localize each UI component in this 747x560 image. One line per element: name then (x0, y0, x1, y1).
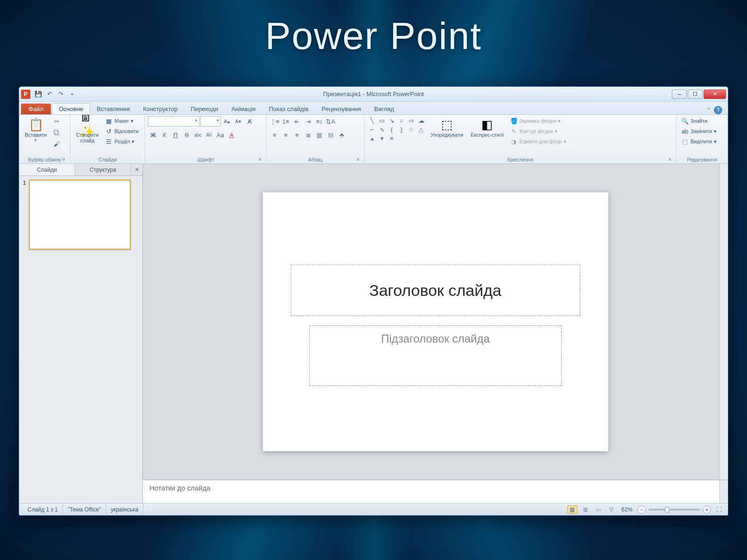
indent-dec-icon[interactable]: ⇤ (292, 116, 302, 126)
paste-button[interactable]: 📋 Вставити ▾ (22, 116, 49, 143)
shape-brace-l-icon[interactable]: { (387, 125, 396, 133)
shape-brace-r-icon[interactable]: } (397, 125, 406, 133)
grow-font-icon[interactable]: A▴ (222, 116, 232, 126)
replace-button[interactable]: abЗамінити ▾ (679, 126, 719, 136)
align-center-icon[interactable]: ≡ (281, 130, 291, 140)
new-slide-button[interactable]: 🗎✨ Створити слайд (73, 116, 101, 144)
slide-thumbnail[interactable] (29, 180, 131, 250)
shape-rect-icon[interactable]: ▭ (377, 116, 387, 125)
shape-scroll-up-icon[interactable]: ▴ (367, 134, 377, 142)
subtitle-placeholder[interactable]: Підзаголовок слайда (310, 325, 562, 386)
view-slideshow-icon[interactable]: ▽ (606, 505, 617, 514)
help-icon[interactable]: ? (714, 106, 722, 114)
tab-design[interactable]: Конструктор (136, 104, 184, 114)
tab-view[interactable]: Вигляд (368, 104, 401, 114)
font-size-combo[interactable] (200, 116, 221, 126)
section-button[interactable]: ☰Розділ ▾ (103, 137, 141, 146)
tab-transitions[interactable]: Переходи (184, 104, 225, 114)
clear-format-icon[interactable]: Ⱥ (244, 116, 254, 126)
shape-line-icon[interactable]: ╲ (367, 116, 377, 125)
bullets-icon[interactable]: ⋮≡ (269, 116, 280, 126)
close-button[interactable]: ✕ (704, 90, 726, 99)
format-painter-icon[interactable]: 🖌 (51, 139, 62, 149)
maximize-button[interactable]: ☐ (688, 90, 703, 99)
change-case-icon[interactable]: Aa (215, 130, 226, 140)
shape-connector-icon[interactable]: ⌐ (367, 125, 377, 133)
shape-outline-button[interactable]: ✎Контур фігури ▾ (508, 126, 569, 136)
tab-file[interactable]: Файл (21, 104, 51, 114)
quick-styles-button[interactable]: ◧ Експрес-стилі (468, 116, 507, 139)
shape-block-arrow-icon[interactable]: ⇨ (407, 116, 416, 125)
tab-slideshow[interactable]: Показ слайдів (262, 104, 315, 114)
view-reading-icon[interactable]: ▭ (593, 505, 604, 514)
tab-review[interactable]: Рецензування (315, 104, 368, 114)
tab-insert[interactable]: Вставлення (90, 104, 136, 114)
char-spacing-icon[interactable]: AV (204, 130, 214, 140)
minimize-button[interactable]: ─ (672, 90, 687, 99)
title-placeholder[interactable]: Заголовок слайда (291, 265, 580, 316)
zoom-percent[interactable]: 62% (621, 506, 633, 513)
qat-customize-icon[interactable]: ▾ (67, 89, 77, 99)
drawing-launcher-icon[interactable]: ⇲ (667, 157, 672, 162)
pane-tab-outline[interactable]: Структура (75, 164, 131, 175)
pane-tab-slides[interactable]: Слайди (19, 164, 75, 175)
canvas-area[interactable]: Заголовок слайда Підзаголовок слайда (143, 164, 728, 480)
text-direction-icon[interactable]: ⇅A (325, 116, 336, 126)
shape-more-icon[interactable]: ≡ (387, 134, 396, 142)
numbering-icon[interactable]: 1≡ (281, 116, 291, 126)
zoom-in-button[interactable]: + (703, 505, 711, 514)
shape-star-icon[interactable]: ☆ (407, 125, 416, 133)
zoom-slider-thumb[interactable] (665, 507, 669, 512)
shrink-font-icon[interactable]: A▾ (233, 116, 243, 126)
status-slide-count[interactable]: Слайд 1 з 1 (23, 504, 63, 515)
tab-home[interactable]: Основне (52, 103, 90, 114)
undo-icon[interactable]: ↶ (44, 89, 55, 99)
app-icon[interactable]: P (21, 90, 30, 99)
clipboard-launcher-icon[interactable]: ⇲ (61, 157, 66, 162)
font-launcher-icon[interactable]: ⇲ (257, 157, 262, 162)
line-spacing-icon[interactable]: ≡↕ (314, 116, 324, 126)
underline-icon[interactable]: П (170, 130, 181, 140)
notes-scrollbar[interactable] (719, 480, 728, 503)
shape-arrow-icon[interactable]: ↘ (387, 116, 396, 125)
shape-fill-button[interactable]: 🪣Заливка фігури ▾ (508, 116, 569, 126)
find-button[interactable]: 🔍Знайти (679, 116, 719, 126)
shape-oval-icon[interactable]: ○ (397, 116, 406, 125)
paragraph-launcher-icon[interactable]: ⇲ (355, 157, 360, 162)
shape-scroll-down-icon[interactable]: ▾ (377, 134, 387, 142)
font-name-combo[interactable] (148, 116, 199, 126)
pane-close-icon[interactable]: ✕ (131, 164, 142, 175)
vertical-scrollbar[interactable] (719, 164, 728, 480)
tab-animations[interactable]: Анімація (225, 104, 262, 114)
status-theme[interactable]: "Тема Office" (63, 504, 106, 515)
view-sorter-icon[interactable]: ⊞ (580, 505, 591, 514)
copy-icon[interactable]: ⿻ (51, 127, 62, 138)
font-color-icon[interactable]: A (226, 130, 237, 140)
italic-icon[interactable]: К (159, 130, 169, 140)
select-button[interactable]: ⬚Виділити ▾ (679, 137, 719, 146)
shape-cloud-icon[interactable]: ☁ (416, 116, 426, 125)
notes-pane[interactable]: Нотатки до слайда (143, 480, 728, 503)
redo-icon[interactable]: ↷ (56, 89, 66, 99)
fit-window-icon[interactable]: ⛶ (714, 505, 724, 514)
reset-button[interactable]: ↺Відновити (103, 126, 141, 136)
slide-canvas[interactable]: Заголовок слайда Підзаголовок слайда (263, 192, 608, 451)
shape-curve-icon[interactable]: ∿ (377, 125, 387, 133)
smartart-icon[interactable]: ⬘ (337, 130, 347, 140)
shadow-icon[interactable]: abc (193, 130, 203, 140)
status-language[interactable]: українська (106, 504, 143, 515)
layout-button[interactable]: ▦Макет ▾ (103, 116, 141, 126)
shapes-gallery[interactable]: ╲ ▭ ↘ ○ ⇨ ☁ ⌐ ∿ { } ☆ △ ▴ ▾ ≡ (367, 116, 426, 142)
columns-icon[interactable]: ▥ (314, 130, 324, 140)
align-text-icon[interactable]: ⊟ (325, 130, 336, 140)
align-left-icon[interactable]: ≡ (269, 130, 280, 140)
zoom-slider[interactable] (648, 509, 700, 511)
justify-icon[interactable]: ≣ (303, 130, 313, 140)
view-normal-icon[interactable]: ▦ (567, 505, 578, 514)
align-right-icon[interactable]: ≡ (292, 130, 302, 140)
shape-effects-button[interactable]: ◑Ефекти для фігур ▾ (508, 137, 569, 146)
indent-inc-icon[interactable]: ⇥ (303, 116, 313, 126)
strike-icon[interactable]: S (182, 130, 192, 140)
bold-icon[interactable]: Ж (148, 130, 158, 140)
cut-icon[interactable]: ✂ (51, 116, 62, 126)
